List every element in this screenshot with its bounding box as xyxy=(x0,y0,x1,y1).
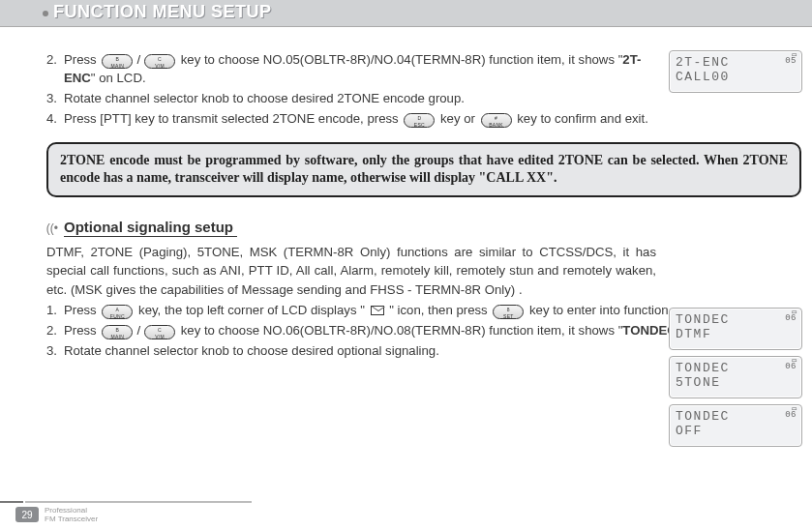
header-dot-icon xyxy=(43,11,48,16)
lcd-line1: 2T-ENC xyxy=(676,55,796,70)
content: ▭ 05 2T-ENC CALL00 2.Press BMAIN/CV/M ke… xyxy=(0,27,812,360)
lcd-display-tondec-5tone: ▭ 06 TONDEC 5TONE xyxy=(669,356,802,398)
step-body: Press BMAIN/CV/M key to choose NO.05(OBL… xyxy=(64,50,656,87)
step-number: 2. xyxy=(46,321,64,339)
lcd-display-tondec-dtmf: ▭ 06 TONDEC DTMF xyxy=(669,308,802,350)
footer-line1: Professional xyxy=(45,506,98,515)
step-number: 3. xyxy=(46,89,64,107)
key-bank-icon: #BANK xyxy=(481,113,512,128)
footer-text: Professional FM Transceiver xyxy=(45,506,98,523)
lcd-line2: 5TONE xyxy=(676,375,796,390)
step-body: Press [PTT] key to transmit selected 2TO… xyxy=(64,109,656,128)
mail-icon xyxy=(371,306,384,315)
lcd-num: 06 xyxy=(785,362,797,371)
page-number-badge: 29 xyxy=(15,507,39,522)
key-bmain-icon: BMAIN xyxy=(102,54,133,69)
section-heading: ((• Optional signaling setup xyxy=(37,219,802,237)
step-body: Rotate channel selector knob to choose d… xyxy=(64,89,656,107)
key-cvm-icon: CV/M xyxy=(144,54,175,69)
step: 3.Rotate channel selector knob to choose… xyxy=(46,89,656,107)
header-bar: FUNCTION MENU SETUP xyxy=(0,0,812,27)
key-cvm-icon: CV/M xyxy=(144,325,175,339)
note-box: 2TONE encode must be programmed by softw… xyxy=(46,142,801,198)
lcd-line1: TONDEC xyxy=(676,409,796,424)
footer-line2: FM Transceiver xyxy=(45,515,98,523)
step: 2.Press BMAIN/CV/M key to choose NO.05(O… xyxy=(46,50,656,87)
lcd-num: 06 xyxy=(785,410,797,420)
lcd-display-tondec-off: ▭ 06 TONDEC OFF xyxy=(669,404,802,447)
lcd-line1: TONDEC xyxy=(676,361,796,375)
step-number: 3. xyxy=(46,341,64,360)
step-number: 4. xyxy=(46,109,64,128)
step-number: 2. xyxy=(46,50,64,87)
intro-text: DTMF, 2TONE (Paging), 5TONE, MSK (TERMN-… xyxy=(46,243,656,298)
lcd-num: 05 xyxy=(785,56,797,66)
lcd-display-2tenc: ▭ 05 2T-ENC CALL00 xyxy=(669,50,802,93)
step-number: 1. xyxy=(46,301,64,319)
footer: 29 Professional FM Transceiver xyxy=(0,501,252,524)
page-title: FUNCTION MENU SETUP xyxy=(54,3,273,23)
key-afunc-icon: AFUNC xyxy=(102,305,133,319)
section-title: Optional signaling setup xyxy=(64,219,237,237)
slash-separator: / xyxy=(136,52,140,67)
key-8set-icon: 8SET xyxy=(493,305,524,319)
lcd-num: 06 xyxy=(785,313,797,323)
lcd-line2: CALL00 xyxy=(676,70,796,84)
top-steps: 2.Press BMAIN/CV/M key to choose NO.05(O… xyxy=(46,50,656,129)
lcd-line1: TONDEC xyxy=(676,312,796,327)
slash-separator: / xyxy=(136,323,140,338)
signal-icon: ((• xyxy=(37,221,58,235)
footer-rule xyxy=(0,501,252,503)
step: 4.Press [PTT] key to transmit selected 2… xyxy=(46,109,656,128)
key-desc-icon: DESC xyxy=(404,113,435,128)
lcd-line2: DTMF xyxy=(676,327,796,341)
lcd-line2: OFF xyxy=(676,424,796,438)
key-bmain-icon: BMAIN xyxy=(102,325,133,339)
